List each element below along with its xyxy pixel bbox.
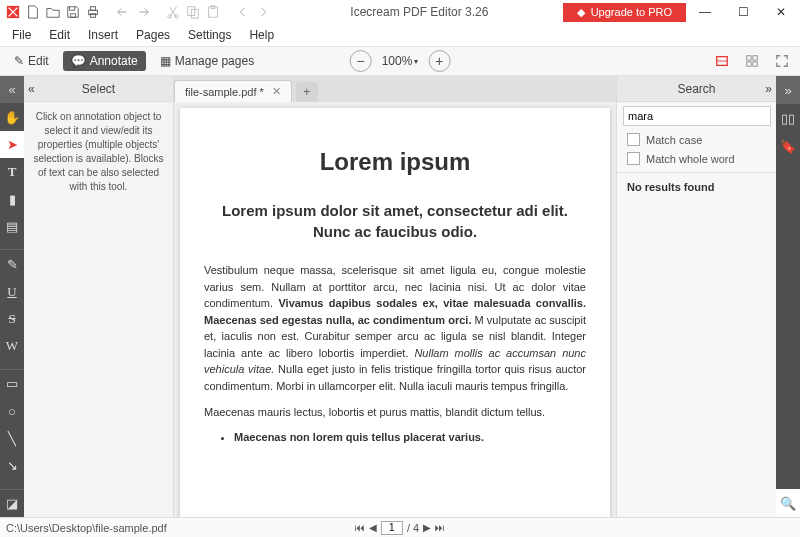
rect-tool-icon[interactable]: ▭: [0, 370, 24, 397]
diamond-icon: ◆: [577, 6, 585, 19]
collapse-right-icon[interactable]: »: [776, 76, 800, 104]
svg-rect-14: [747, 62, 751, 66]
checkbox-icon: [627, 133, 640, 146]
fullscreen-icon[interactable]: [770, 49, 794, 73]
collapse-left-icon[interactable]: «: [0, 76, 24, 103]
search-panel: Search » ✕ 🔍 Match case Match whole word…: [616, 76, 776, 517]
svg-point-5: [175, 15, 179, 19]
cut-icon[interactable]: [164, 3, 182, 21]
next-page-button[interactable]: ▶: [423, 522, 431, 533]
last-page-button[interactable]: ⏭: [435, 522, 445, 533]
strike-tool-icon[interactable]: S: [0, 305, 24, 332]
new-icon[interactable]: [24, 3, 42, 21]
arrow-tool-icon[interactable]: ↘: [0, 452, 24, 479]
doc-p1: Vestibulum neque massa, scelerisque sit …: [204, 262, 586, 394]
right-toolbar: » ▯▯ 🔖 🔍: [776, 76, 800, 517]
svg-point-4: [168, 15, 172, 19]
left-panel-title: Select: [82, 82, 115, 96]
doc-h2: Lorem ipsum dolor sit amet, consectetur …: [204, 200, 586, 242]
document-viewport[interactable]: Lorem ipsum Lorem ipsum dolor sit amet, …: [174, 102, 616, 517]
app-icon: [4, 3, 22, 21]
left-toolbar: « ✋ ➤ T ▮ ▤ ✎ U S W ▭ ○ ╲ ↘ ◪: [0, 76, 24, 517]
minimize-button[interactable]: —: [686, 0, 724, 24]
zoom-value[interactable]: 100%▾: [376, 52, 425, 70]
mode-annotate[interactable]: 💬 Annotate: [63, 51, 146, 71]
select-tool-icon[interactable]: ➤: [0, 131, 24, 158]
copy-icon[interactable]: [184, 3, 202, 21]
checkbox-icon: [627, 152, 640, 165]
close-button[interactable]: ✕: [762, 0, 800, 24]
prev-page-button[interactable]: ◀: [369, 522, 377, 533]
thumbnails-icon[interactable]: ▯▯: [776, 104, 800, 132]
new-tab-button[interactable]: +: [296, 82, 318, 102]
underline-tool-icon[interactable]: U: [0, 278, 24, 305]
print-icon[interactable]: [84, 3, 102, 21]
match-case-checkbox[interactable]: Match case: [617, 130, 776, 149]
mode-edit[interactable]: ✎ Edit: [6, 51, 57, 71]
prev-icon[interactable]: [234, 3, 252, 21]
menu-settings[interactable]: Settings: [180, 26, 239, 44]
search-tab-icon[interactable]: 🔍: [776, 489, 800, 517]
text-tool-icon[interactable]: T: [0, 158, 24, 185]
eraser-tool-icon[interactable]: ◪: [0, 490, 24, 517]
bookmark-icon[interactable]: 🔖: [776, 132, 800, 160]
next-icon[interactable]: [254, 3, 272, 21]
svg-rect-15: [753, 62, 757, 66]
pages-icon: ▦: [160, 54, 171, 68]
maximize-button[interactable]: ☐: [724, 0, 762, 24]
menu-bar: File Edit Insert Pages Settings Help: [0, 24, 800, 46]
mode-manage-pages[interactable]: ▦ Manage pages: [152, 51, 262, 71]
chevron-down-icon: ▾: [414, 57, 418, 66]
left-panel: « Select Click on annotation object to s…: [24, 76, 174, 517]
draw-tool-icon[interactable]: ✎: [0, 250, 24, 277]
doc-h1: Lorem ipsum: [204, 148, 586, 176]
pencil-icon: ✎: [14, 54, 24, 68]
svg-rect-2: [90, 7, 95, 11]
menu-edit[interactable]: Edit: [41, 26, 78, 44]
layout-grid-icon[interactable]: [740, 49, 764, 73]
page-number-input[interactable]: [381, 521, 403, 535]
menu-pages[interactable]: Pages: [128, 26, 178, 44]
comment-icon: 💬: [71, 54, 86, 68]
zoom-out-button[interactable]: −: [350, 50, 372, 72]
menu-file[interactable]: File: [4, 26, 39, 44]
menu-insert[interactable]: Insert: [80, 26, 126, 44]
page-total: / 4: [407, 522, 419, 534]
search-results-status: No results found: [617, 172, 776, 201]
search-input[interactable]: [623, 106, 771, 126]
svg-rect-13: [753, 56, 757, 60]
window-title: Icecream PDF Editor 3.26: [276, 5, 563, 19]
line-tool-icon[interactable]: ╲: [0, 425, 24, 452]
collapse-search-icon[interactable]: »: [765, 82, 772, 96]
document-tab[interactable]: file-sample.pdf * ✕: [174, 80, 292, 102]
svg-rect-12: [747, 56, 751, 60]
close-tab-icon[interactable]: ✕: [272, 85, 281, 98]
collapse-panel-icon[interactable]: «: [28, 82, 35, 96]
match-whole-word-checkbox[interactable]: Match whole word: [617, 149, 776, 168]
search-panel-title: Search: [677, 82, 715, 96]
layout-single-icon[interactable]: [710, 49, 734, 73]
doc-p2: Maecenas mauris lectus, lobortis et puru…: [204, 404, 586, 421]
page: Lorem ipsum Lorem ipsum dolor sit amet, …: [180, 108, 610, 517]
hand-tool-icon[interactable]: ✋: [0, 103, 24, 130]
note-tool-icon[interactable]: ▤: [0, 213, 24, 240]
open-icon[interactable]: [44, 3, 62, 21]
menu-help[interactable]: Help: [241, 26, 282, 44]
status-path: C:\Users\Desktop\file-sample.pdf: [6, 522, 167, 534]
first-page-button[interactable]: ⏮: [355, 522, 365, 533]
highlight-tool-icon[interactable]: ▮: [0, 186, 24, 213]
paste-icon[interactable]: [204, 3, 222, 21]
wavy-tool-icon[interactable]: W: [0, 333, 24, 360]
left-panel-help: Click on annotation object to select it …: [24, 102, 173, 202]
save-icon[interactable]: [64, 3, 82, 21]
zoom-in-button[interactable]: +: [428, 50, 450, 72]
redo-icon[interactable]: [134, 3, 152, 21]
upgrade-button[interactable]: ◆ Upgrade to PRO: [563, 3, 686, 22]
circle-tool-icon[interactable]: ○: [0, 397, 24, 424]
undo-icon[interactable]: [114, 3, 132, 21]
doc-li1: Maecenas non lorem quis tellus placerat …: [234, 431, 586, 443]
